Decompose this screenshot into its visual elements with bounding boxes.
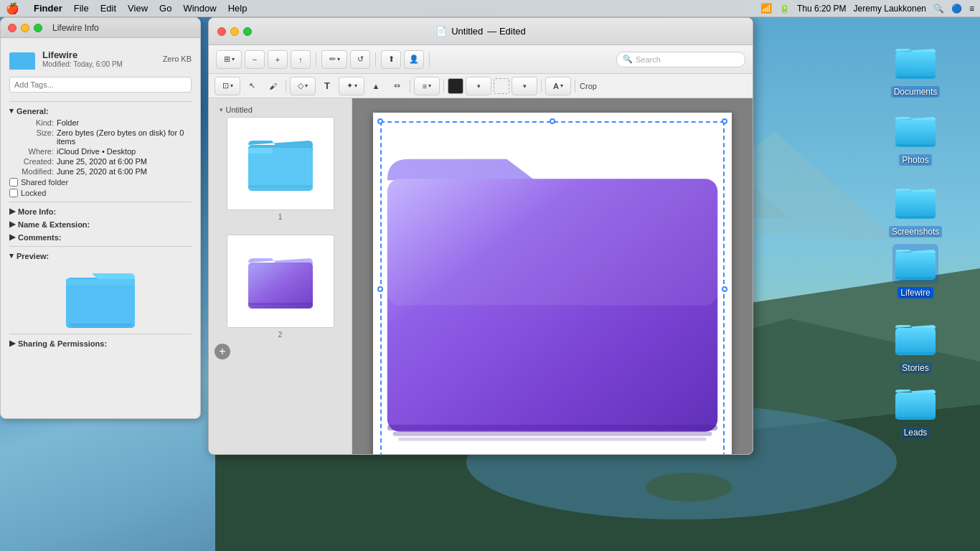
app-maximize-button[interactable]: [243, 27, 252, 36]
collapse-arrow-name: ▶: [9, 220, 15, 229]
handle-middle-right[interactable]: [722, 286, 727, 292]
text-btn[interactable]: T: [318, 77, 336, 95]
crop-btn[interactable]: Crop: [579, 77, 598, 95]
color-fill-btn[interactable]: ▲: [367, 77, 385, 95]
menu-view[interactable]: View: [122, 0, 154, 17]
search-placeholder: Search: [636, 55, 661, 64]
notification-icon[interactable]: ≡: [969, 4, 974, 14]
menubar-right: 📶 🔋 Thu 6:20 PM Jeremy Laukkonen 🔍 🔵 ≡: [760, 3, 974, 14]
menu-go[interactable]: Go: [154, 0, 177, 17]
handle-top-left[interactable]: [377, 118, 383, 124]
desktop-icon-leads[interactable]: Leads: [887, 384, 944, 438]
svg-rect-14: [66, 279, 135, 285]
stroke-color-swatch[interactable]: [448, 78, 463, 94]
close-button[interactable]: [8, 24, 17, 32]
finder-header: Lifewire Modified: Today, 6:00 PM Zero K…: [9, 44, 192, 72]
desktop-icon-screenshots[interactable]: Screenshots: [887, 183, 944, 237]
selected-image[interactable]: [380, 121, 725, 454]
apple-menu[interactable]: 🍎: [6, 2, 19, 15]
shapes-btn[interactable]: ◇ ▾: [290, 77, 316, 95]
handle-top-middle[interactable]: [550, 118, 555, 124]
cursor-icon: ↖: [249, 81, 255, 90]
app-close-button[interactable]: [217, 27, 226, 36]
photos-label: Photos: [899, 154, 931, 166]
tags-input[interactable]: [9, 77, 192, 93]
select-btn[interactable]: ⊡ ▾: [215, 77, 240, 95]
view-btn[interactable]: ⊞ ▾: [216, 50, 242, 69]
main-toolbar: ⊞ ▾ − + ↑ ✏ ▾ ↺ ⬆ 👤 🔍: [209, 45, 753, 74]
locked-label: Locked: [21, 189, 46, 197]
name-ext-section[interactable]: ▶ Name & Extension:: [9, 220, 192, 229]
menu-edit[interactable]: Edit: [95, 0, 122, 17]
toolbar-search[interactable]: 🔍 Search: [616, 52, 745, 67]
font-btn[interactable]: A ▾: [545, 77, 571, 95]
thumbnail-2[interactable]: 2: [209, 232, 352, 339]
maximize-button[interactable]: [34, 24, 42, 32]
battery-icon[interactable]: 🔋: [779, 4, 790, 14]
fill-color-swatch[interactable]: [494, 78, 509, 94]
thumbnail-1[interactable]: ▾ Untitled 1: [209, 105, 352, 221]
search-icon[interactable]: 🔍: [933, 4, 944, 14]
desktop-icon-lifewire[interactable]: Lifewire: [887, 244, 944, 298]
desktop-icon-documents[interactable]: Documents: [887, 43, 944, 98]
fill-btn[interactable]: ▾: [512, 77, 537, 95]
select-icon: ⊡: [222, 81, 229, 90]
documents-folder-icon: [892, 43, 938, 83]
effects-icon: ✦: [347, 81, 353, 90]
siri-icon[interactable]: 🔵: [951, 4, 962, 14]
app-minimize-button[interactable]: [230, 27, 239, 36]
minimize-button[interactable]: [21, 24, 29, 32]
menu-help[interactable]: Help: [222, 0, 253, 17]
undo-btn[interactable]: ↺: [350, 50, 370, 69]
handle-top-right[interactable]: [722, 118, 727, 124]
add-page-button[interactable]: +: [215, 344, 230, 359]
divider: [9, 101, 192, 102]
fsep4: [541, 80, 542, 93]
sep2: [375, 52, 376, 67]
align-btn[interactable]: ≡ ▾: [414, 77, 440, 95]
flip-icon: ⇔: [394, 81, 400, 90]
comments-label: Comments:: [18, 233, 62, 242]
app-content: ▾ Untitled 1: [209, 98, 753, 454]
more-info-section[interactable]: ▶ More Info:: [9, 207, 192, 216]
sharing-section[interactable]: ▶ Sharing & Permissions:: [9, 339, 192, 348]
zoom-out-btn[interactable]: −: [245, 50, 265, 69]
effects-btn[interactable]: ✦ ▾: [339, 77, 364, 95]
brush-btn[interactable]: 🖌: [263, 77, 282, 95]
modified-row: Modified: June 25, 2020 at 6:00 PM: [9, 167, 192, 176]
view-icon: ⊞: [224, 55, 230, 64]
fsep1: [286, 80, 286, 93]
wifi-icon[interactable]: 📶: [760, 3, 772, 14]
comments-section[interactable]: ▶ Comments:: [9, 232, 192, 242]
preview-section-header[interactable]: ▾ Preview:: [9, 251, 192, 260]
menu-window[interactable]: Window: [177, 0, 222, 17]
person-btn[interactable]: 👤: [404, 50, 424, 69]
modified-label: Modified:: [9, 167, 54, 176]
menu-file[interactable]: File: [68, 0, 95, 17]
font-icon: A: [553, 82, 559, 90]
menu-finder[interactable]: Finder: [28, 0, 68, 17]
chevron-shapes: ▾: [305, 83, 308, 89]
stroke-btn[interactable]: ▾: [466, 77, 491, 95]
user-name: Jeremy Laukkonen: [854, 4, 926, 14]
desktop-icon-photos[interactable]: Photos: [887, 111, 944, 166]
cursor-btn[interactable]: ↖: [242, 77, 261, 95]
shared-folder-row: Shared folder: [9, 178, 192, 187]
svg-rect-38: [895, 277, 936, 279]
flip-btn[interactable]: ⇔: [387, 77, 406, 95]
locked-checkbox[interactable]: [9, 189, 18, 197]
svg-rect-41: [895, 392, 936, 420]
handle-middle-left[interactable]: [377, 286, 383, 292]
share-btn[interactable]: ↑: [291, 50, 311, 69]
pencil-btn[interactable]: ✏ ▾: [321, 50, 347, 69]
thumb2-pagenum: 2: [278, 331, 283, 339]
desktop-icon-stories[interactable]: Stories: [887, 319, 944, 374]
chevron-small: ▾: [337, 56, 340, 62]
shared-checkbox[interactable]: [9, 178, 18, 187]
share2-btn[interactable]: ⬆: [381, 50, 401, 69]
svg-rect-21: [251, 189, 310, 191]
zoom-in-btn[interactable]: +: [268, 50, 288, 69]
collapse-arrow-sharing: ▶: [9, 339, 15, 348]
general-section-header[interactable]: ▾ General:: [9, 106, 192, 116]
doc-title: Untitled: [451, 26, 483, 37]
